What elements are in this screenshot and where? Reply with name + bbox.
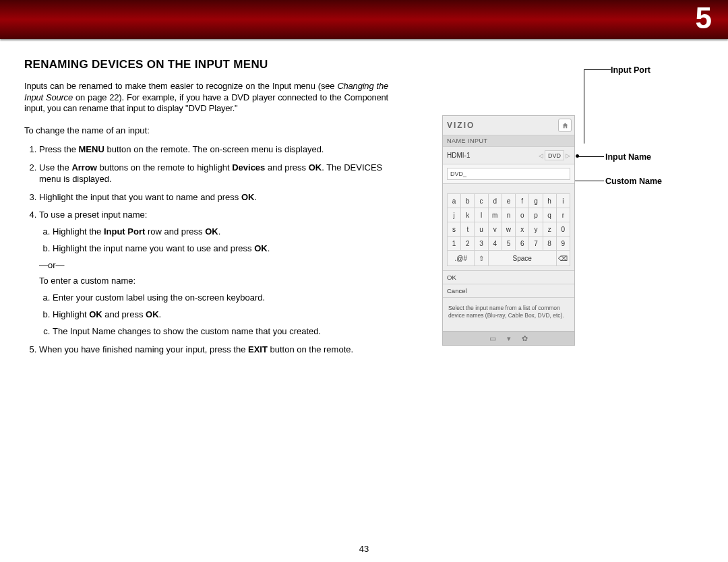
key-u[interactable]: u: [475, 222, 488, 237]
key-k[interactable]: k: [461, 208, 475, 222]
leader-line: [578, 156, 604, 157]
chevron-down-icon[interactable]: ▾: [507, 334, 511, 343]
key-m[interactable]: m: [488, 208, 502, 222]
intro-paragraph: Inputs can be renamed to make them easie…: [24, 81, 388, 115]
custom-name-field[interactable]: DVD_: [447, 168, 570, 180]
key-4[interactable]: 4: [488, 237, 502, 251]
key-t[interactable]: t: [461, 222, 475, 237]
key-h[interactable]: h: [543, 194, 556, 208]
key-shift[interactable]: ⇧: [475, 251, 488, 266]
custom-lead: To enter a custom name:: [39, 276, 388, 287]
key-y[interactable]: y: [529, 222, 543, 237]
callout-input-port: Input Port: [611, 66, 650, 75]
callout-custom-name: Custom Name: [605, 177, 662, 186]
leader-dot: [576, 154, 579, 158]
key-z[interactable]: z: [543, 222, 556, 237]
step-2: Use the Arrow buttons on the remote to h…: [39, 162, 388, 185]
step-5: When you have finished naming your input…: [39, 344, 388, 356]
key-symbols[interactable]: .@#: [448, 251, 475, 266]
key-s[interactable]: s: [448, 222, 461, 237]
key-i[interactable]: i: [556, 194, 570, 208]
step-4a: Highlight the Input Port row and press O…: [53, 226, 388, 238]
cancel-button[interactable]: Cancel: [443, 284, 574, 298]
key-w[interactable]: w: [502, 222, 515, 237]
step-4e: The Input Name changes to show the custo…: [53, 326, 388, 338]
key-8[interactable]: 8: [543, 237, 556, 251]
leader-line: [584, 69, 584, 144]
key-f[interactable]: f: [516, 194, 529, 208]
steps-list: Press the MENU button on the remote. The…: [24, 144, 388, 356]
left-column: RENAMING DEVICES ON THE INPUT MENU Input…: [24, 58, 388, 362]
key-backspace[interactable]: ⌫: [556, 251, 570, 266]
input-name-value: DVD: [545, 150, 564, 160]
step-4d: Highlight OK and press OK.: [53, 309, 388, 321]
ok-button[interactable]: OK: [443, 271, 574, 284]
or-divider: —or—: [39, 260, 388, 272]
home-icon[interactable]: [558, 119, 572, 132]
key-space[interactable]: Space: [488, 251, 556, 266]
gear-icon[interactable]: ✿: [522, 334, 528, 343]
key-3[interactable]: 3: [475, 237, 488, 251]
onscreen-keyboard[interactable]: abcdefghi jklmnopqr stuvwxyz0 123456789 …: [447, 193, 570, 266]
step-4c: Enter your custom label using the on-scr…: [53, 292, 388, 304]
section-heading: RENAMING DEVICES ON THE INPUT MENU: [24, 58, 388, 71]
key-7[interactable]: 7: [529, 237, 543, 251]
key-0[interactable]: 0: [556, 222, 570, 237]
key-q[interactable]: q: [543, 208, 556, 222]
step-3: Highlight the input that you want to nam…: [39, 192, 388, 204]
key-l[interactable]: l: [475, 208, 488, 222]
key-o[interactable]: o: [516, 208, 529, 222]
key-n[interactable]: n: [502, 208, 515, 222]
leader-line: [584, 69, 611, 70]
step-4: To use a preset input name: Highlight th…: [39, 210, 388, 337]
osd-footer: ▭ ▾ ✿: [443, 331, 574, 345]
help-text: Select the input name from a list of com…: [443, 298, 574, 331]
key-6[interactable]: 6: [516, 237, 529, 251]
key-d[interactable]: d: [488, 194, 502, 208]
input-port-label: HDMI-1: [447, 152, 470, 159]
breadcrumb: NAME INPUT: [443, 135, 574, 147]
key-e[interactable]: e: [502, 194, 515, 208]
osd-panel: VIZIO NAME INPUT HDMI-1 ◁ DVD ▷ DVD_ ab: [442, 115, 575, 346]
key-j[interactable]: j: [448, 208, 461, 222]
key-a[interactable]: a: [448, 194, 461, 208]
right-column: Input Port Input Name Custom Name VIZIO …: [435, 58, 704, 362]
triangle-left-icon[interactable]: ◁: [539, 152, 543, 159]
wide-icon[interactable]: ▭: [489, 334, 496, 343]
step-1: Press the MENU button on the remote. The…: [39, 144, 388, 156]
key-2[interactable]: 2: [461, 237, 475, 251]
triangle-right-icon[interactable]: ▷: [566, 152, 570, 159]
step-4b: Highlight the input name you want to use…: [53, 243, 388, 255]
input-port-row[interactable]: HDMI-1 ◁ DVD ▷: [443, 147, 574, 164]
chapter-band: 5: [0, 0, 728, 39]
key-p[interactable]: p: [529, 208, 543, 222]
key-c[interactable]: c: [475, 194, 488, 208]
key-5[interactable]: 5: [502, 237, 515, 251]
key-r[interactable]: r: [556, 208, 570, 222]
key-v[interactable]: v: [488, 222, 502, 237]
key-g[interactable]: g: [529, 194, 543, 208]
brand-logo: VIZIO: [447, 121, 475, 130]
chapter-number: 5: [696, 1, 712, 35]
key-x[interactable]: x: [516, 222, 529, 237]
callout-input-name: Input Name: [605, 153, 651, 162]
key-1[interactable]: 1: [448, 237, 461, 251]
custom-name-row[interactable]: DVD_: [443, 164, 574, 184]
key-b[interactable]: b: [461, 194, 475, 208]
page-number: 43: [0, 544, 728, 554]
lead-line: To change the name of an input:: [24, 125, 388, 135]
key-9[interactable]: 9: [556, 237, 570, 251]
